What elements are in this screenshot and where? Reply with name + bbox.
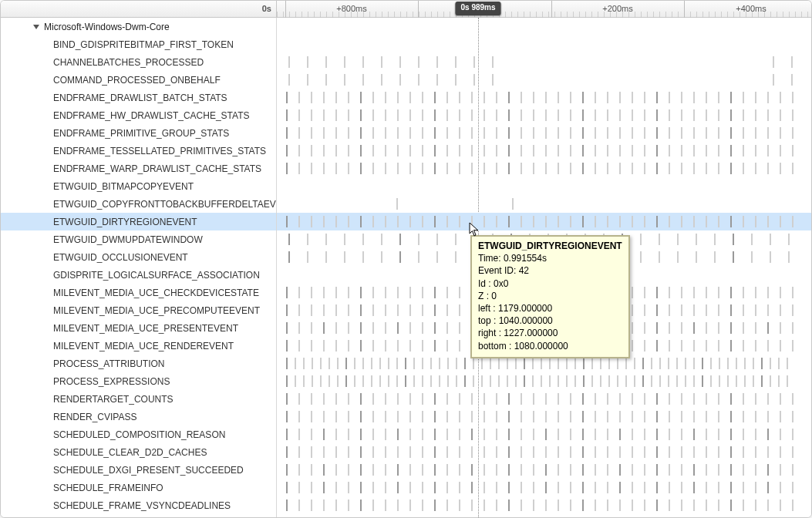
event-tick[interactable] bbox=[545, 163, 547, 174]
event-tick[interactable] bbox=[668, 375, 669, 387]
event-tick[interactable] bbox=[303, 375, 305, 387]
timeline-track[interactable] bbox=[277, 443, 811, 461]
event-tick[interactable] bbox=[669, 322, 670, 334]
event-tick[interactable] bbox=[733, 251, 734, 263]
event-tick[interactable] bbox=[595, 163, 596, 174]
event-tick[interactable] bbox=[409, 92, 411, 103]
event-tick[interactable] bbox=[755, 500, 756, 511]
event-tick[interactable] bbox=[360, 304, 362, 316]
event-tick[interactable] bbox=[348, 464, 349, 476]
event-tick[interactable] bbox=[619, 482, 621, 493]
event-tick[interactable] bbox=[595, 145, 596, 156]
event-tick[interactable] bbox=[483, 163, 485, 174]
event-tick[interactable] bbox=[595, 127, 596, 139]
event-tick[interactable] bbox=[582, 446, 584, 458]
event-tick[interactable] bbox=[619, 109, 621, 121]
event-tick[interactable] bbox=[335, 304, 337, 316]
event-tick[interactable] bbox=[348, 482, 349, 493]
event-tick[interactable] bbox=[656, 109, 658, 121]
event-tick[interactable] bbox=[617, 375, 618, 387]
event-tick[interactable] bbox=[286, 429, 288, 440]
tree-row[interactable]: RENDER_CVIPASS bbox=[1, 408, 276, 426]
event-tick[interactable] bbox=[632, 393, 633, 405]
event-tick[interactable] bbox=[582, 109, 584, 121]
event-tick[interactable] bbox=[286, 375, 288, 387]
event-tick[interactable] bbox=[397, 163, 399, 174]
event-tick[interactable] bbox=[418, 56, 419, 68]
timeline-track[interactable] bbox=[277, 213, 811, 230]
event-tick[interactable] bbox=[298, 216, 300, 227]
event-tick[interactable] bbox=[743, 109, 744, 121]
event-tick[interactable] bbox=[496, 145, 497, 156]
event-tick[interactable] bbox=[533, 145, 534, 156]
event-tick[interactable] bbox=[730, 340, 732, 352]
event-tick[interactable] bbox=[481, 375, 483, 387]
event-tick[interactable] bbox=[767, 464, 769, 476]
event-tick[interactable] bbox=[669, 92, 670, 103]
event-tick[interactable] bbox=[311, 92, 312, 103]
event-tick[interactable] bbox=[521, 464, 522, 476]
event-tick[interactable] bbox=[348, 163, 349, 174]
event-tick[interactable] bbox=[693, 304, 695, 316]
event-tick[interactable] bbox=[681, 393, 682, 405]
event-tick[interactable] bbox=[669, 216, 670, 227]
event-tick[interactable] bbox=[344, 56, 345, 68]
event-tick[interactable] bbox=[607, 109, 608, 121]
event-tick[interactable] bbox=[396, 375, 398, 387]
event-tick[interactable] bbox=[607, 145, 608, 156]
event-tick[interactable] bbox=[446, 446, 448, 458]
event-tick[interactable] bbox=[693, 340, 695, 352]
event-tick[interactable] bbox=[632, 216, 633, 227]
event-tick[interactable] bbox=[439, 358, 440, 369]
event-tick[interactable] bbox=[422, 464, 423, 476]
event-tick[interactable] bbox=[533, 92, 534, 103]
event-tick[interactable] bbox=[286, 287, 288, 298]
event-tick[interactable] bbox=[311, 411, 312, 422]
timeline-track[interactable] bbox=[277, 390, 811, 408]
event-tick[interactable] bbox=[311, 446, 312, 458]
event-tick[interactable] bbox=[286, 304, 288, 316]
event-tick[interactable] bbox=[286, 322, 288, 334]
event-tick[interactable] bbox=[718, 287, 719, 298]
event-tick[interactable] bbox=[545, 216, 547, 227]
timeline-track[interactable] bbox=[277, 142, 811, 160]
event-tick[interactable] bbox=[792, 216, 793, 227]
event-tick[interactable] bbox=[706, 216, 707, 227]
tree-row[interactable]: ETWGUID_COPYFRONTTOBACKBUFFERDELTAEVENT bbox=[1, 195, 276, 213]
timeline-track[interactable] bbox=[277, 408, 811, 426]
event-tick[interactable] bbox=[644, 482, 645, 493]
event-tick[interactable] bbox=[348, 393, 349, 405]
event-tick[interactable] bbox=[446, 429, 448, 440]
event-tick[interactable] bbox=[311, 500, 312, 511]
event-tick[interactable] bbox=[459, 393, 460, 405]
event-tick[interactable] bbox=[496, 163, 497, 174]
event-tick[interactable] bbox=[669, 482, 670, 493]
event-tick[interactable] bbox=[418, 74, 419, 86]
event-tick[interactable] bbox=[533, 216, 534, 227]
event-tick[interactable] bbox=[385, 92, 386, 103]
event-tick[interactable] bbox=[718, 500, 719, 511]
event-tick[interactable] bbox=[676, 375, 678, 387]
event-tick[interactable] bbox=[743, 464, 744, 476]
event-tick[interactable] bbox=[434, 145, 436, 156]
event-tick[interactable] bbox=[632, 500, 633, 511]
event-tick[interactable] bbox=[492, 74, 494, 86]
event-tick[interactable] bbox=[298, 393, 300, 405]
event-tick[interactable] bbox=[360, 464, 362, 476]
timeline-track[interactable] bbox=[277, 479, 811, 496]
event-tick[interactable] bbox=[311, 393, 312, 405]
event-tick[interactable] bbox=[439, 375, 440, 387]
event-tick[interactable] bbox=[533, 393, 534, 405]
event-tick[interactable] bbox=[323, 446, 325, 458]
event-tick[interactable] bbox=[780, 322, 781, 334]
event-tick[interactable] bbox=[455, 251, 457, 263]
event-tick[interactable] bbox=[706, 393, 707, 405]
event-tick[interactable] bbox=[496, 393, 497, 405]
event-tick[interactable] bbox=[362, 358, 364, 369]
event-tick[interactable] bbox=[693, 322, 695, 334]
event-tick[interactable] bbox=[385, 163, 386, 174]
event-tick[interactable] bbox=[718, 322, 719, 334]
event-tick[interactable] bbox=[706, 446, 707, 458]
event-tick[interactable] bbox=[619, 411, 621, 422]
ruler-current-time-pill[interactable]: 0s 989ms bbox=[455, 2, 500, 15]
